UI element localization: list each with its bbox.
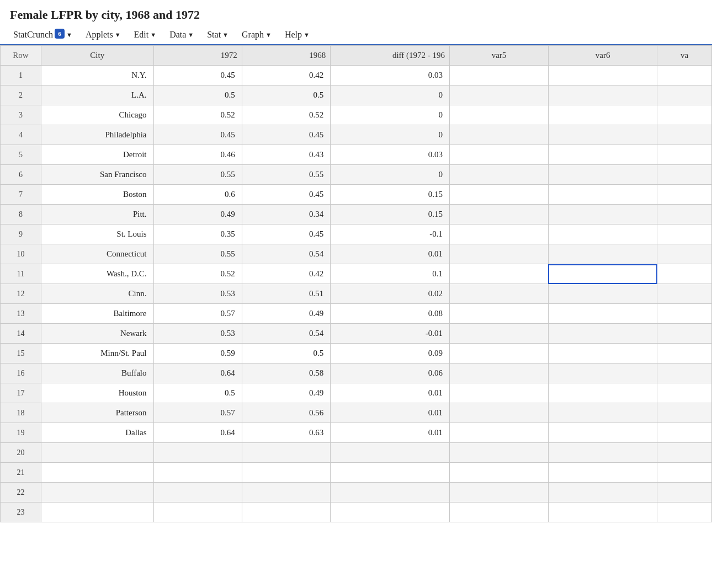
cell-diff[interactable]: 0.01 — [331, 403, 450, 423]
cell-varx[interactable] — [657, 383, 712, 403]
cell-var5[interactable] — [450, 264, 549, 284]
cell-var6[interactable] — [548, 284, 657, 304]
table-row[interactable]: 1N.Y.0.450.420.03 — [1, 66, 712, 85]
cell-varx[interactable] — [657, 105, 712, 125]
cell-city[interactable]: Boston — [41, 185, 154, 205]
cell-var5[interactable] — [450, 105, 549, 125]
menu-item-stat[interactable]: Stat▼ — [200, 28, 235, 42]
cell-1972[interactable] — [153, 463, 242, 483]
cell-diff[interactable]: 0.03 — [331, 145, 450, 165]
cell-diff[interactable] — [331, 503, 450, 522]
cell-city[interactable] — [41, 443, 154, 463]
cell-var6[interactable] — [548, 503, 657, 522]
cell-var5[interactable] — [450, 145, 549, 165]
cell-varx[interactable] — [657, 503, 712, 522]
cell-var6[interactable] — [548, 105, 657, 125]
cell-1972[interactable]: 0.55 — [153, 244, 242, 264]
cell-1972[interactable]: 0.45 — [153, 66, 242, 85]
cell-varx[interactable] — [657, 205, 712, 224]
cell-1968[interactable] — [242, 463, 330, 483]
cell-1968[interactable]: 0.45 — [242, 125, 330, 145]
cell-varx[interactable] — [657, 463, 712, 483]
table-row[interactable]: 17Houston0.50.490.01 — [1, 383, 712, 403]
table-row[interactable]: 13Baltimore0.570.490.08 — [1, 304, 712, 324]
cell-var6[interactable] — [548, 383, 657, 403]
cell-varx[interactable] — [657, 244, 712, 264]
cell-1972[interactable]: 0.64 — [153, 364, 242, 383]
menu-item-data[interactable]: Data▼ — [163, 28, 200, 42]
cell-var5[interactable] — [450, 244, 549, 264]
cell-var5[interactable] — [450, 503, 549, 522]
cell-1968[interactable] — [242, 443, 330, 463]
cell-1972[interactable]: 0.45 — [153, 125, 242, 145]
table-row[interactable]: 3Chicago0.520.520 — [1, 105, 712, 125]
cell-city[interactable]: Philadelphia — [41, 125, 154, 145]
cell-var6[interactable] — [548, 185, 657, 205]
table-row[interactable]: 8Pitt.0.490.340.15 — [1, 205, 712, 224]
cell-varx[interactable] — [657, 443, 712, 463]
cell-var5[interactable] — [450, 284, 549, 304]
cell-var6[interactable] — [548, 344, 657, 364]
cell-diff[interactable]: 0.01 — [331, 383, 450, 403]
cell-varx[interactable] — [657, 403, 712, 423]
cell-varx[interactable] — [657, 344, 712, 364]
cell-diff[interactable] — [331, 483, 450, 503]
cell-city[interactable] — [41, 483, 154, 503]
cell-varx[interactable] — [657, 66, 712, 85]
cell-1972[interactable]: 0.57 — [153, 403, 242, 423]
cell-city[interactable]: Wash., D.C. — [41, 264, 154, 284]
cell-var5[interactable] — [450, 165, 549, 185]
cell-1972[interactable] — [153, 503, 242, 522]
cell-diff[interactable]: 0 — [331, 105, 450, 125]
cell-var6[interactable] — [548, 125, 657, 145]
table-row[interactable]: 15Minn/St. Paul0.590.50.09 — [1, 344, 712, 364]
cell-var5[interactable] — [450, 66, 549, 85]
cell-1972[interactable]: 0.52 — [153, 264, 242, 284]
cell-1968[interactable]: 0.45 — [242, 185, 330, 205]
cell-var6[interactable] — [548, 304, 657, 324]
cell-diff[interactable]: 0.03 — [331, 66, 450, 85]
cell-diff[interactable]: 0.01 — [331, 423, 450, 443]
cell-1968[interactable]: 0.54 — [242, 324, 330, 344]
cell-1968[interactable]: 0.49 — [242, 304, 330, 324]
cell-diff[interactable]: 0.08 — [331, 304, 450, 324]
cell-varx[interactable] — [657, 483, 712, 503]
table-row[interactable]: 20 — [1, 443, 712, 463]
cell-diff[interactable]: -0.01 — [331, 324, 450, 344]
cell-city[interactable]: Connecticut — [41, 244, 154, 264]
cell-var5[interactable] — [450, 304, 549, 324]
cell-1968[interactable]: 0.52 — [242, 105, 330, 125]
cell-city[interactable]: Detroit — [41, 145, 154, 165]
table-row[interactable]: 7Boston0.60.450.15 — [1, 185, 712, 205]
cell-diff[interactable]: 0.01 — [331, 244, 450, 264]
cell-var5[interactable] — [450, 364, 549, 383]
cell-varx[interactable] — [657, 284, 712, 304]
cell-1972[interactable]: 0.59 — [153, 344, 242, 364]
cell-var6[interactable] — [548, 423, 657, 443]
table-row[interactable]: 16Buffalo0.640.580.06 — [1, 364, 712, 383]
cell-1972[interactable]: 0.5 — [153, 383, 242, 403]
table-row[interactable]: 18Patterson0.570.560.01 — [1, 403, 712, 423]
cell-var6[interactable] — [548, 443, 657, 463]
cell-var6[interactable] — [548, 264, 657, 284]
cell-city[interactable]: Patterson — [41, 403, 154, 423]
cell-var5[interactable] — [450, 383, 549, 403]
cell-1972[interactable]: 0.64 — [153, 423, 242, 443]
cell-1972[interactable]: 0.49 — [153, 205, 242, 224]
cell-varx[interactable] — [657, 125, 712, 145]
cell-var5[interactable] — [450, 483, 549, 503]
cell-city[interactable]: St. Louis — [41, 224, 154, 244]
cell-city[interactable]: Minn/St. Paul — [41, 344, 154, 364]
cell-1972[interactable]: 0.35 — [153, 224, 242, 244]
cell-diff[interactable]: 0.09 — [331, 344, 450, 364]
table-row[interactable]: 12Cinn.0.530.510.02 — [1, 284, 712, 304]
cell-diff[interactable]: 0.1 — [331, 264, 450, 284]
cell-varx[interactable] — [657, 423, 712, 443]
cell-1968[interactable]: 0.43 — [242, 145, 330, 165]
table-row[interactable]: 9St. Louis0.350.45-0.1 — [1, 224, 712, 244]
cell-var5[interactable] — [450, 463, 549, 483]
cell-city[interactable]: N.Y. — [41, 66, 154, 85]
cell-1968[interactable]: 0.58 — [242, 364, 330, 383]
cell-1972[interactable]: 0.53 — [153, 324, 242, 344]
table-row[interactable]: 22 — [1, 483, 712, 503]
